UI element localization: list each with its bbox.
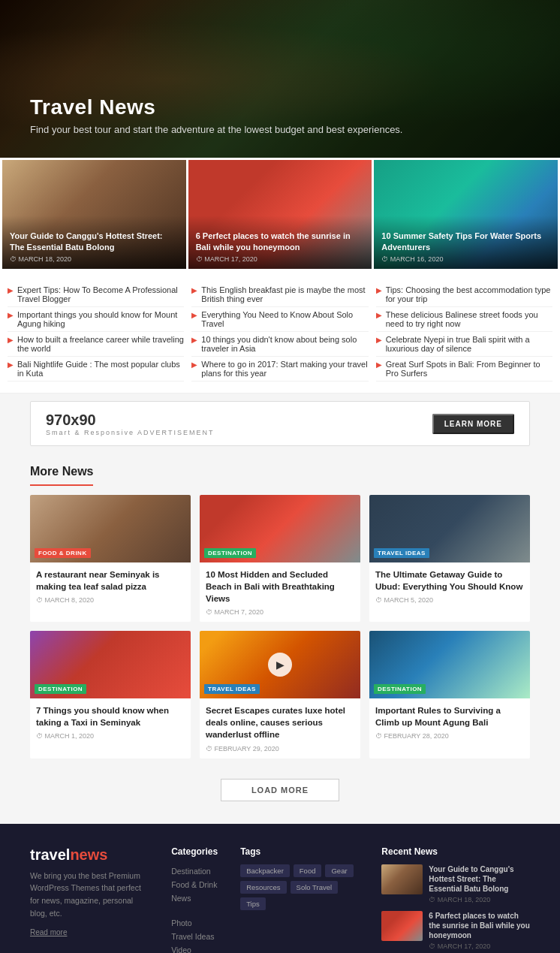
tag-pill[interactable]: Food: [294, 864, 322, 877]
news-card-4-img: DESTINATION: [30, 631, 191, 698]
top-card-2-title: 6 Perfect places to watch the sunrise in…: [196, 231, 365, 252]
footer-categories-title: Categories: [171, 846, 218, 857]
footer-category-item[interactable]: Destination: [171, 864, 218, 878]
footer-category-item[interactable]: Travel Ideas: [171, 930, 218, 943]
recent-item-2: 6 Parfect places to watch the sunrise in…: [381, 911, 530, 950]
play-button[interactable]: ▶: [268, 653, 292, 677]
news-card-6[interactable]: DESTINATION Important Rules to Surviving…: [369, 631, 530, 758]
news-card-2-body: 10 Most Hidden and Secluded Beach in Bal…: [200, 562, 360, 622]
link-item[interactable]: ▶How to built a freelance career while t…: [8, 332, 184, 357]
footer-top: travelnews We bring you the best Premium…: [30, 846, 530, 953]
link-item[interactable]: ▶These delicious Balinese street foods y…: [376, 307, 552, 332]
more-news-title: More News: [30, 465, 93, 486]
top-card-2[interactable]: 6 Perfect places to watch the sunrise in…: [188, 160, 372, 269]
recent-text-1: Your Guide to Canggu's Hottest Street: T…: [429, 864, 530, 903]
top-card-1-overlay: Your Guide to Canggu's Hottest Street: T…: [2, 216, 186, 269]
news-card-2-title: 10 Most Hidden and Secluded Beach in Bal…: [206, 568, 354, 605]
top-card-1-title: Your Guide to Canggu's Hottest Street: T…: [10, 231, 179, 252]
footer-description: We bring you the best Premium WordPress …: [30, 870, 149, 920]
footer: travelnews We bring you the best Premium…: [0, 824, 560, 953]
tag-pill[interactable]: Gear: [325, 864, 353, 877]
arrow-icon: ▶: [191, 311, 197, 319]
link-item[interactable]: ▶10 things you didn't know about being s…: [191, 332, 368, 357]
arrow-icon: ▶: [376, 360, 382, 369]
recent-date-1: ⏱ MARCH 18, 2020: [429, 896, 530, 903]
top-card-3-title: 10 Summer Safety Tips For Water Sports A…: [381, 231, 550, 252]
hero-text: Travel News Find your best tour and star…: [30, 95, 402, 135]
link-item[interactable]: ▶Great Surf Spots in Bali: From Beginner…: [376, 357, 552, 382]
tag-pill[interactable]: Backpacker: [240, 864, 290, 877]
news-card-5[interactable]: TRAVEL IDEAS ▶ Secret Escapes curates lu…: [200, 631, 360, 758]
tag-pill[interactable]: Solo Travel: [291, 881, 339, 894]
news-card-3-tag: TRAVEL IDEAS: [374, 548, 429, 558]
footer-recent-news-title: Recent News: [381, 846, 530, 857]
recent-title-2[interactable]: 6 Parfect places to watch the sunrise in…: [429, 911, 530, 940]
link-item[interactable]: ▶Everything You Need to Know About Solo …: [191, 307, 368, 332]
top-card-3[interactable]: 10 Summer Safety Tips For Water Sports A…: [374, 160, 558, 269]
footer-logo-travel: travel: [30, 846, 70, 863]
page-title: Travel News: [30, 95, 402, 119]
load-more-button[interactable]: LOAD MORE: [221, 779, 339, 801]
footer-tags: Tags Backpacker Food Gear Resources Solo…: [240, 846, 359, 953]
recent-thumb-2-bg: [381, 911, 423, 941]
news-card-2-tag: DESTINATION: [204, 548, 256, 558]
hero-subtitle: Find your best tour and start the advent…: [30, 124, 402, 135]
link-item[interactable]: ▶Celebrate Nyepi in true Bali spirit wit…: [376, 332, 552, 357]
news-card-6-tag: DESTINATION: [374, 684, 426, 694]
footer-category-item[interactable]: Video: [171, 943, 218, 953]
footer-category-item[interactable]: Photo: [171, 916, 218, 930]
top-card-2-date: ⏱ MARCH 17, 2020: [196, 255, 365, 263]
arrow-icon: ▶: [191, 336, 197, 344]
footer-recent-news: Recent News Your Guide to Canggu's Hotte…: [381, 846, 530, 953]
tag-pill[interactable]: Resources: [240, 881, 286, 894]
news-card-6-img: DESTINATION: [369, 631, 530, 698]
link-item[interactable]: ▶Expert Tips: How To Become A Profession…: [8, 282, 184, 307]
footer-read-more-link[interactable]: Read more: [30, 928, 67, 936]
news-card-1-title: A restaurant near Seminyak is making tea…: [36, 568, 185, 593]
clock-icon: ⏱: [375, 596, 382, 604]
footer-category-item[interactable]: Food & Drink: [171, 878, 218, 891]
footer-category-item[interactable]: News: [171, 891, 218, 905]
arrow-icon: ▶: [8, 286, 14, 294]
tag-cloud: Backpacker Food Gear Resources Solo Trav…: [240, 864, 359, 910]
news-card-6-body: Important Rules to Surviving a Climb up …: [369, 698, 530, 746]
news-card-3-date: ⏱ MARCH 5, 2020: [375, 596, 524, 604]
news-card-4[interactable]: DESTINATION 7 Things you should know whe…: [30, 631, 191, 758]
news-grid-row-2: DESTINATION 7 Things you should know whe…: [30, 631, 530, 758]
news-card-1[interactable]: FOOD & DRINK A restaurant near Seminyak …: [30, 495, 191, 622]
recent-text-2: 6 Parfect places to watch the sunrise in…: [429, 911, 530, 950]
news-card-1-img: FOOD & DRINK: [30, 495, 191, 562]
recent-item-1: Your Guide to Canggu's Hottest Street: T…: [381, 864, 530, 903]
news-card-2-date: ⏱ MARCH 7, 2020: [206, 608, 354, 616]
link-item[interactable]: ▶Tips: Choosing the best accommodation t…: [376, 282, 552, 307]
recent-date-2: ⏱ MARCH 17, 2020: [429, 942, 530, 950]
top-card-1[interactable]: Your Guide to Canggu's Hottest Street: T…: [2, 160, 186, 269]
news-card-2[interactable]: DESTINATION 10 Most Hidden and Secluded …: [200, 495, 360, 622]
clock-icon: ⏱: [196, 255, 203, 263]
tag-pill[interactable]: Tips: [240, 897, 266, 910]
ad-learn-more-button[interactable]: LEARN MORE: [432, 414, 514, 434]
link-item[interactable]: ▶Where to go in 2017: Start making your …: [191, 357, 368, 382]
arrow-icon: ▶: [191, 286, 197, 294]
link-item[interactable]: ▶This English breakfast pie is maybe the…: [191, 282, 368, 307]
news-card-3-body: The Ultimate Getaway Guide to Ubud: Ever…: [369, 562, 530, 610]
link-item[interactable]: ▶Important things you should know for Mo…: [8, 307, 184, 332]
recent-title-1[interactable]: Your Guide to Canggu's Hottest Street: T…: [429, 864, 530, 894]
news-card-1-body: A restaurant near Seminyak is making tea…: [30, 562, 191, 610]
link-item[interactable]: ▶Bali Nightlife Guide : The most popular…: [8, 357, 184, 382]
news-card-4-body: 7 Things you should know when taking a T…: [30, 698, 191, 746]
news-card-5-date: ⏱ FEBRUARY 29, 2020: [206, 745, 354, 752]
news-grid-row-1: FOOD & DRINK A restaurant near Seminyak …: [30, 495, 530, 622]
top-card-1-date: ⏱ MARCH 18, 2020: [10, 255, 179, 263]
links-col-3: ▶Tips: Choosing the best accommodation t…: [376, 282, 552, 382]
arrow-icon: ▶: [8, 336, 14, 344]
footer-logo-news: news: [70, 846, 107, 863]
clock-icon: ⏱: [429, 942, 435, 950]
links-col-2: ▶This English breakfast pie is maybe the…: [191, 282, 368, 382]
news-card-4-title: 7 Things you should know when taking a T…: [36, 704, 185, 728]
news-card-3[interactable]: TRAVEL IDEAS The Ultimate Getaway Guide …: [369, 495, 530, 622]
ad-text: 970x90 Smart & Responsive ADVERTISEMENT: [46, 412, 214, 436]
footer-logo: travelnews: [30, 846, 149, 864]
news-card-1-date: ⏱ MARCH 8, 2020: [36, 596, 185, 604]
top-card-3-date: ⏱ MARCH 16, 2020: [381, 255, 550, 263]
